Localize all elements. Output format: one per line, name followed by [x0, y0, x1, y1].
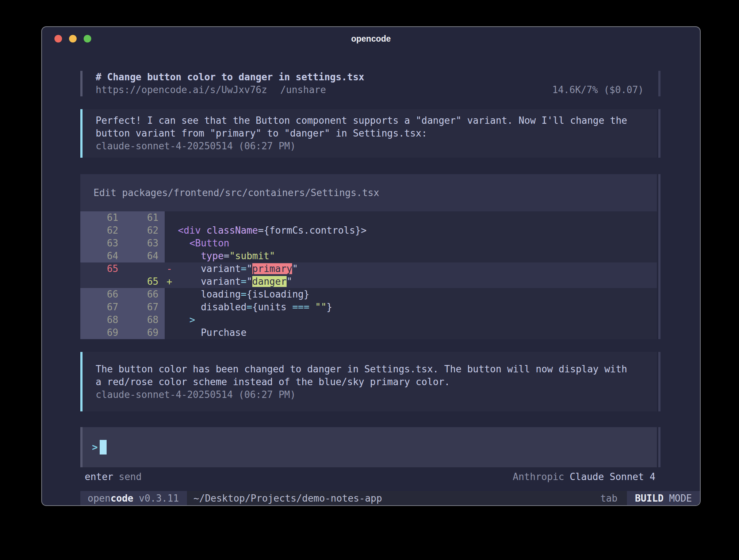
diff-code-line: disabled={units === ""}: [165, 301, 657, 314]
mode-name: BUILD: [635, 493, 663, 504]
prompt-caret: >: [92, 442, 98, 453]
diff-old-line-number: 62: [80, 224, 125, 237]
mode-label: MODE: [669, 493, 692, 504]
diff-old-line-number: 65: [80, 262, 125, 275]
working-directory: ~/Desktop/Projects/demo-notes-app: [194, 493, 382, 504]
diff-row: 6666 loading={isLoading}: [80, 288, 657, 301]
diff-old-line-number: 63: [80, 237, 125, 250]
share-url[interactable]: https://opencode.ai/s/UwJxv76z: [96, 84, 267, 96]
status-bar: opencodev0.3.11 ~/Desktop/Projects/demo-…: [80, 491, 700, 505]
diff-code-line: - variant="primary": [165, 262, 657, 275]
text-cursor: [100, 440, 107, 454]
session-title: # Change button color to danger in setti…: [96, 71, 644, 84]
diff-row: 6868 >: [80, 314, 657, 326]
message-meta: claude-sonnet-4-20250514 (06:27 PM): [96, 388, 644, 401]
unshare-command: /unshare: [280, 84, 326, 96]
diff-row: 6161: [80, 211, 657, 224]
message-line: The button color has been changed to dan…: [96, 363, 644, 376]
model-name: Claude Sonnet 4: [570, 471, 655, 483]
app-name-code: code: [111, 493, 134, 504]
enter-key-hint: enter: [85, 471, 113, 483]
diff-new-line-number: 61: [125, 211, 165, 224]
diff-row: 6969 Purchase: [80, 326, 657, 339]
edit-right-bar: [658, 174, 660, 339]
diff-row: 65+ variant="danger": [80, 275, 657, 288]
close-button[interactable]: [54, 35, 62, 43]
diff-new-line-number: 65: [125, 275, 165, 288]
diff-row: 6767 disabled={units === ""}: [80, 301, 657, 314]
app-name-open: open: [88, 493, 111, 504]
diff-old-line-number: 68: [80, 314, 125, 326]
message-text: The button color has been changed to dan…: [96, 363, 644, 388]
app-version: v0.3.11: [139, 493, 179, 504]
token-usage: 14.6K/7% ($0.07): [552, 84, 644, 96]
assistant-message: The button color has been changed to dan…: [80, 352, 660, 411]
diff-old-line-number: 64: [80, 250, 125, 262]
tab-key-hint[interactable]: tab: [600, 493, 617, 504]
diff-code-line: Purchase: [165, 326, 657, 339]
edit-file-header: Edit packages/frontend/src/containers/Se…: [80, 174, 657, 211]
diff-new-line-number: 68: [125, 314, 165, 326]
diff-code-line: <div className={formCs.controls}>: [165, 224, 657, 237]
message-line: a red/rose color scheme instead of the b…: [96, 376, 644, 388]
minimize-button[interactable]: [69, 35, 77, 43]
edit-tool-block: Edit packages/frontend/src/containers/Se…: [80, 174, 660, 339]
message-meta: claude-sonnet-4-20250514 (06:27 PM): [96, 140, 644, 153]
diff-row: 6262 <div className={formCs.controls}>: [80, 224, 657, 237]
diff-old-line-number: 67: [80, 301, 125, 314]
diff-code-line: type="submit": [165, 250, 657, 262]
diff-old-line-number: 66: [80, 288, 125, 301]
app-version-segment: opencodev0.3.11: [80, 491, 187, 505]
window-title: opencode: [351, 34, 391, 44]
diff-new-line-number: 69: [125, 326, 165, 339]
diff-code-line: + variant="danger": [165, 275, 657, 288]
diff-table: 61616262 <div className={formCs.controls…: [80, 211, 657, 339]
assistant-message: Perfect! I can see that the Button compo…: [80, 109, 660, 158]
message-line: Perfect! I can see that the Button compo…: [96, 114, 644, 127]
mode-segment: BUILDMODE: [627, 491, 700, 505]
prompt-block: >: [80, 427, 660, 467]
diff-new-line-number: 63: [125, 237, 165, 250]
main-content: # Change button color to danger in setti…: [42, 50, 700, 505]
diff-code-line: <Button: [165, 237, 657, 250]
diff-row: 6464 type="submit": [80, 250, 657, 262]
diff-row: 65- variant="primary": [80, 262, 657, 275]
zoom-button[interactable]: [84, 35, 91, 43]
prompt-right-bar: [658, 427, 660, 467]
diff-new-line-number: 64: [125, 250, 165, 262]
title-bar: opencode: [42, 27, 700, 50]
traffic-lights: [54, 35, 91, 43]
diff-code-line: [165, 211, 657, 224]
diff-row: 6363 <Button: [80, 237, 657, 250]
message-right-bar: [658, 109, 660, 158]
opencode-window: opencode # Change button color to danger…: [41, 26, 701, 506]
diff-old-line-number: 61: [80, 211, 125, 224]
header-right-bar: [658, 71, 660, 96]
send-hint: send: [119, 471, 142, 483]
diff-code-line: >: [165, 314, 657, 326]
diff-new-line-number: 66: [125, 288, 165, 301]
message-text: Perfect! I can see that the Button compo…: [96, 114, 644, 140]
diff-new-line-number: [125, 262, 165, 275]
diff-new-line-number: 62: [125, 224, 165, 237]
diff-code-line: loading={isLoading}: [165, 288, 657, 301]
prompt-input[interactable]: >: [83, 427, 657, 467]
hints-row: enter send Anthropic Claude Sonnet 4: [80, 471, 660, 483]
provider-name: Anthropic: [513, 471, 564, 483]
session-header: # Change button color to danger in setti…: [80, 71, 660, 96]
message-right-bar: [658, 352, 660, 411]
diff-new-line-number: 67: [125, 301, 165, 314]
diff-old-line-number: [80, 275, 125, 288]
diff-old-line-number: 69: [80, 326, 125, 339]
message-line: button variant from "primary" to "danger…: [96, 127, 644, 140]
